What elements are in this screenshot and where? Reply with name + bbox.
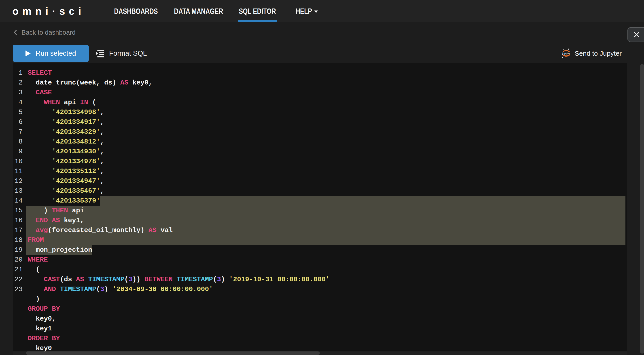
back-link-label: Back to dashboard: [22, 29, 76, 36]
back-to-dashboard-link[interactable]: Back to dashboard: [13, 28, 76, 37]
format-button-label: Format SQL: [109, 50, 147, 58]
code-line: GROUP BY: [13, 304, 330, 314]
code-line: 21 (: [13, 265, 330, 274]
nav-item-data-manager[interactable]: DATA MANAGER: [174, 0, 223, 22]
code-line: 13 '4201335467',: [13, 186, 330, 196]
svg-text:jupyter: jupyter: [562, 52, 570, 54]
code-line: 18FROM: [13, 235, 330, 245]
app-window: omni·sci DASHBOARDS DATA MANAGER SQL EDI…: [0, 0, 644, 355]
run-selected-button[interactable]: Run selected: [13, 45, 89, 62]
code-line: 15 ) THEN api: [13, 206, 330, 216]
code-line: 16 END AS key1,: [13, 216, 330, 225]
code-line: ): [13, 294, 330, 304]
code-line: key0: [13, 344, 330, 352]
chevron-down-icon: [314, 10, 318, 13]
code-line: key1: [13, 324, 330, 334]
chevron-left-icon: [13, 29, 18, 36]
code-line: 9 '4201334930',: [13, 147, 330, 156]
send-to-jupyter-button[interactable]: jupyter Send to Jupyter: [561, 45, 622, 62]
code-line: 8 '4201334812',: [13, 137, 330, 147]
nav-item-help[interactable]: HELP: [296, 0, 318, 22]
code-line: 1SELECT: [13, 68, 330, 78]
close-icon: [633, 31, 640, 38]
code-line: 7 '4201334329',: [13, 127, 330, 137]
code-line: 14 '4201335379': [13, 196, 330, 206]
code-line: key0,: [13, 314, 330, 324]
code-line: 4 WHEN api IN (: [13, 98, 330, 107]
code-line: 3 CASE: [13, 88, 330, 98]
code-line: 11 '4201335112',: [13, 166, 330, 176]
code-lines: 1SELECT2 date_trunc(week, ds) AS key0,3 …: [13, 68, 330, 352]
nav-item-dashboards[interactable]: DASHBOARDS: [114, 0, 158, 22]
code-line: 10 '4201334978',: [13, 156, 330, 166]
code-line: ORDER BY: [13, 334, 330, 344]
code-line: 20WHERE: [13, 255, 330, 265]
code-line: 5 '4201334998',: [13, 107, 330, 117]
code-line: 23 AND TIMESTAMP(3) '2034-09-30 00:00:00…: [13, 284, 330, 294]
close-button[interactable]: [628, 27, 644, 42]
run-button-label: Run selected: [36, 50, 76, 58]
format-indent-icon: [96, 50, 105, 58]
code-line: 6 '4201334917',: [13, 117, 330, 127]
code-line: 12 '4201334947',: [13, 176, 330, 186]
play-icon: [26, 50, 31, 56]
code-line: 17 avg(forecasted_oil_monthly) AS val: [13, 225, 330, 235]
code-line: 2 date_trunc(week, ds) AS key0,: [13, 78, 330, 88]
nav-help-label: HELP: [296, 7, 312, 16]
sql-code-editor[interactable]: 1SELECT2 date_trunc(week, ds) AS key0,3 …: [13, 63, 627, 352]
horizontal-scrollbar-thumb[interactable]: [26, 352, 320, 355]
jupyter-icon: jupyter: [561, 48, 572, 59]
nav-item-sql-editor[interactable]: SQL EDITOR: [239, 0, 276, 22]
top-navbar: omni·sci DASHBOARDS DATA MANAGER SQL EDI…: [0, 0, 644, 22]
format-sql-button[interactable]: Format SQL: [96, 45, 147, 62]
brand-logo[interactable]: omni·sci: [12, 0, 85, 22]
code-line: 19 mon_projection: [13, 245, 330, 255]
vertical-scrollbar-thumb[interactable]: [640, 64, 644, 354]
active-tab-underline: [238, 20, 277, 22]
jupyter-button-label: Send to Jupyter: [575, 50, 622, 57]
code-line: 22 CAST(ds AS TIMESTAMP(3)) BETWEEN TIME…: [13, 274, 330, 284]
